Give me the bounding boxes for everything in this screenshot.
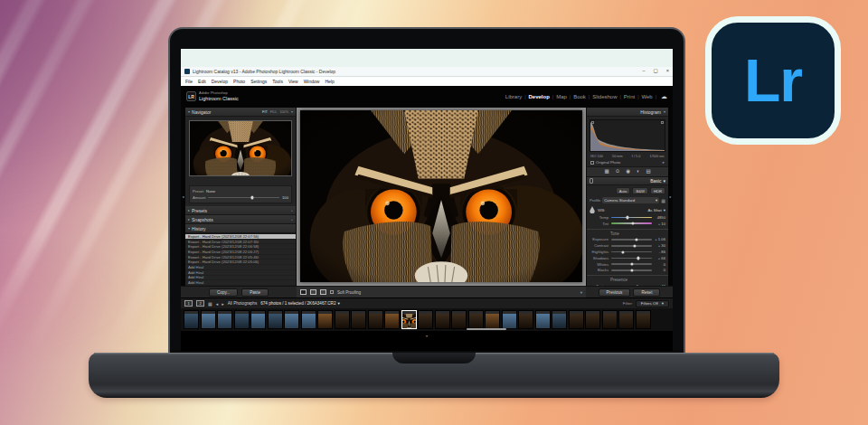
slider-track-exposure[interactable] [611,239,652,241]
slider-knob[interactable] [634,244,637,247]
filmstrip-thumb[interactable] [636,310,651,329]
hdr-button[interactable]: HDR [650,187,665,194]
slider-track-highlights[interactable] [611,251,652,253]
filmstrip-scrollbar[interactable] [467,328,506,330]
slider-knob[interactable] [626,216,628,219]
go-forward-icon[interactable]: ▸ [222,301,224,307]
slider-track-contrast[interactable] [611,245,652,247]
red-eye-tool[interactable]: ◉ [626,169,630,175]
main-window-button[interactable]: 1 [184,300,193,307]
filmstrip-thumb[interactable] [335,310,350,329]
filmstrip-thumb[interactable] [468,310,484,329]
navigator-header[interactable]: ▾ Navigator FITFILL100%▾ [185,108,296,117]
filmstrip-thumb[interactable] [418,310,433,329]
filmstrip-thumb[interactable] [535,310,551,329]
snapshots-header[interactable]: ▸ Snapshots + [185,215,296,224]
filmstrip-thumb[interactable] [234,310,250,329]
filmstrip-thumb[interactable] [317,310,333,329]
paste-button[interactable]: Paste [241,288,269,297]
filmstrip-thumb[interactable] [518,310,533,329]
add-preset-button[interactable]: + [291,209,293,212]
owl-photo[interactable] [300,110,582,282]
zoom-option-fill[interactable]: FILL [270,110,278,114]
menu-window[interactable]: Window [304,79,320,84]
add-snapshot-button[interactable]: + [291,218,293,222]
amount-slider[interactable] [208,197,279,198]
transform-tool[interactable]: ▤ [646,169,650,175]
profile-dropdown[interactable]: Camera Standard ▾ [602,197,659,203]
slider-track-temp[interactable] [611,217,652,219]
zoom-option-100%[interactable]: 100% [279,110,288,114]
module-develop[interactable]: Develop [528,94,549,99]
maximize-button[interactable]: ▢ [654,69,658,74]
histogram-header[interactable]: Histogram ▾ [587,108,668,117]
slider-track-shadows[interactable] [611,258,652,260]
preset-value[interactable]: None [206,189,215,194]
slider-knob[interactable] [630,269,633,271]
zoom-option-fit[interactable]: FIT [262,110,268,114]
menu-file[interactable]: File [185,79,193,84]
previous-button[interactable]: Previous [599,288,631,297]
history-header[interactable]: ▾ History [185,224,296,233]
basic-panel-header[interactable]: Basic ▾ [587,177,668,185]
go-back-icon[interactable]: ◂ [216,301,219,307]
module-book[interactable]: Book [573,94,586,99]
toolbar-options-icon[interactable]: ▾ [580,290,582,295]
filmstrip-thumb[interactable] [618,310,634,329]
minimize-button[interactable]: – [643,69,646,74]
amount-slider-knob[interactable] [251,196,254,199]
filmstrip-source[interactable]: All Photographs [228,301,257,306]
second-window-button[interactable]: 2 [196,300,204,307]
slider-knob[interactable] [631,222,634,225]
masking-tool[interactable]: ◐ [637,169,639,175]
crop-overlay-tool[interactable]: ▦ [604,169,609,175]
menu-edit[interactable]: Edit [198,79,206,84]
menu-tools[interactable]: Tools [272,79,283,84]
slider-knob[interactable] [630,263,633,266]
menu-view[interactable]: View [288,79,298,84]
presets-header[interactable]: ▸ Presets + [185,206,296,215]
filmstrip-thumb[interactable] [401,310,417,329]
slider-track-whites[interactable] [611,263,652,265]
filmstrip-thumb[interactable] [217,310,232,329]
filmstrip-thumb[interactable] [351,310,366,329]
filmstrip-thumb[interactable] [602,310,618,329]
bottom-panel-toggle-icon[interactable]: ▾ [426,334,428,338]
filmstrip-thumb[interactable] [435,310,450,329]
highlight-clipping-indicator[interactable] [661,121,664,124]
slider-knob[interactable] [637,257,639,260]
bw-button[interactable]: B&W [632,187,648,194]
filmstrip-thumb[interactable] [184,310,199,329]
shadow-clipping-indicator[interactable] [591,121,594,124]
profile-browser-icon[interactable]: ▦ [661,198,665,203]
filter-dropdown[interactable]: Filters Off ▾ [636,300,669,307]
filmstrip-thumb[interactable] [250,310,266,329]
module-library[interactable]: Library [505,94,522,99]
cloud-sync-icon[interactable]: ☁ [661,93,667,100]
right-panel-collapse[interactable]: ▸ [668,108,673,286]
wb-eyedropper-icon[interactable] [590,206,595,213]
filmstrip-status[interactable]: 674 photos / 1 selected / 2K6A3467.CR2 ▾ [260,301,340,306]
histogram-chart[interactable] [590,119,665,152]
grid-view-icon[interactable]: ▦ [208,301,212,307]
module-slideshow[interactable]: Slideshow [592,94,617,99]
filmstrip-thumb[interactable] [569,310,584,329]
menu-settings[interactable]: Settings [250,79,267,84]
slider-knob[interactable] [621,250,624,253]
filmstrip-thumb[interactable] [201,310,216,329]
module-map[interactable]: Map [556,94,567,99]
module-web[interactable]: Web [641,94,652,99]
slider-knob[interactable] [636,285,638,286]
slider-knob[interactable] [635,238,637,241]
copy-button[interactable]: Copy... [209,288,238,297]
original-photo-checkbox[interactable] [590,161,594,165]
heal-tool[interactable]: ⊙ [616,169,620,175]
reset-button[interactable]: Reset [633,288,660,297]
loupe-view-icon[interactable] [300,289,307,295]
slider-track-tint[interactable] [611,222,652,224]
menu-photo[interactable]: Photo [233,79,245,84]
top-panel-toggle-icon[interactable]: ▴ [426,108,428,112]
panel-switch-icon[interactable] [590,178,593,184]
filmstrip-thumb[interactable] [301,310,316,329]
auto-button[interactable]: Auto [616,187,631,194]
